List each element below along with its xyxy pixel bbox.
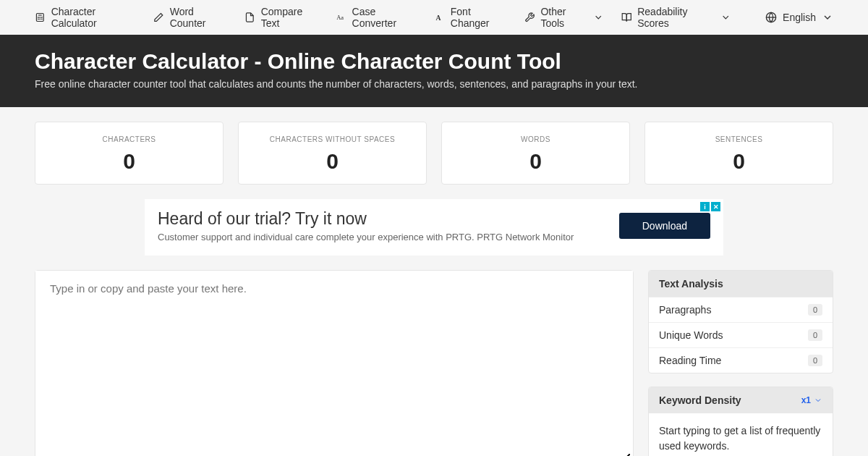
chevron-down-icon xyxy=(593,12,604,23)
nav-compare-text[interactable]: Compare Text xyxy=(244,6,318,29)
page-title: Character Calculator - Online Character … xyxy=(35,49,833,74)
svg-point-4 xyxy=(41,17,42,18)
nav-label: Word Counter xyxy=(170,6,227,29)
panel-title: Keyword Density xyxy=(659,394,741,406)
analysis-paragraphs: Paragraphs 0 xyxy=(649,297,833,322)
svg-text:A: A xyxy=(436,14,441,22)
row-label: Reading Time xyxy=(659,355,721,366)
main-content: Text Analysis Paragraphs 0 Unique Words … xyxy=(0,256,868,456)
stat-value: 0 xyxy=(449,149,622,174)
nav-case-converter[interactable]: Aa Case Converter xyxy=(336,6,417,29)
keyword-multiplier-select[interactable]: x1 xyxy=(801,395,822,405)
nav-label: Font Changer xyxy=(451,6,507,29)
stats-row: CHARACTERS 0 CHARACTERS WITHOUT SPACES 0… xyxy=(0,107,868,199)
chevron-down-icon xyxy=(814,396,822,405)
chevron-down-icon xyxy=(720,12,731,23)
calculator-icon xyxy=(35,12,46,23)
multiplier-value: x1 xyxy=(801,395,811,405)
sidebar: Text Analysis Paragraphs 0 Unique Words … xyxy=(648,270,833,456)
nav-label: Readability Scores xyxy=(637,6,714,29)
stat-label: SENTENCES xyxy=(652,135,825,143)
row-value: 0 xyxy=(808,304,822,316)
nav-label: Case Converter xyxy=(352,6,417,29)
panel-header: Text Analysis xyxy=(649,271,833,297)
stat-label: WORDS xyxy=(449,135,622,143)
ad-close-icon[interactable]: ✕ xyxy=(711,202,720,211)
keyword-density-panel: Keyword Density x1 Start typing to get a… xyxy=(648,387,833,456)
page-subtitle: Free online character counter tool that … xyxy=(35,78,833,90)
text-input[interactable] xyxy=(35,271,633,453)
stat-characters: CHARACTERS 0 xyxy=(35,122,224,185)
book-icon xyxy=(621,12,632,23)
nav-other-tools[interactable]: Other Tools xyxy=(524,6,604,29)
svg-point-3 xyxy=(40,17,41,18)
nav-font-changer[interactable]: A Font Changer xyxy=(434,6,507,29)
chevron-down-icon xyxy=(822,12,833,23)
nav-readability-scores[interactable]: Readability Scores xyxy=(621,6,731,29)
text-analysis-panel: Text Analysis Paragraphs 0 Unique Words … xyxy=(648,270,833,373)
font-icon: A xyxy=(434,12,445,23)
tools-icon xyxy=(524,12,535,23)
keyword-body: Start typing to get a list of frequently… xyxy=(649,413,833,456)
top-navigation: Character Calculator Word Counter Compar… xyxy=(0,0,868,35)
svg-point-6 xyxy=(40,19,41,20)
nav-label: Compare Text xyxy=(261,6,318,29)
stat-label: CHARACTERS xyxy=(43,135,216,143)
row-label: Unique Words xyxy=(659,329,723,341)
globe-icon xyxy=(765,12,777,23)
stat-sentences: SENTENCES 0 xyxy=(644,122,833,185)
stat-value: 0 xyxy=(43,149,216,174)
textarea-container xyxy=(35,270,634,456)
ad-banner[interactable]: i ✕ Heard of our trial? Try it now Custo… xyxy=(145,199,723,256)
svg-point-5 xyxy=(38,19,39,20)
panel-header: Keyword Density x1 xyxy=(649,387,833,413)
nav-label: Other Tools xyxy=(540,6,587,29)
document-icon xyxy=(244,12,255,23)
nav-character-calculator[interactable]: Character Calculator xyxy=(35,6,136,29)
nav-word-counter[interactable]: Word Counter xyxy=(153,6,227,29)
svg-point-7 xyxy=(41,19,42,20)
stat-characters-no-spaces: CHARACTERS WITHOUT SPACES 0 xyxy=(238,122,427,185)
row-label: Paragraphs xyxy=(659,304,711,316)
ad-info-badges[interactable]: i ✕ xyxy=(700,202,720,211)
ad-info-icon[interactable]: i xyxy=(700,202,710,211)
svg-text:Aa: Aa xyxy=(336,14,344,21)
row-value: 0 xyxy=(808,329,822,341)
row-value: 0 xyxy=(808,355,822,366)
nav-label: Character Calculator xyxy=(51,6,136,29)
hero-banner: Character Calculator - Online Character … xyxy=(0,35,868,107)
nav-label: English xyxy=(783,12,816,23)
nav-language[interactable]: English xyxy=(765,12,833,23)
ad-subtitle: Customer support and individual care com… xyxy=(158,232,605,242)
analysis-reading-time: Reading Time 0 xyxy=(649,347,833,373)
stat-value: 0 xyxy=(246,149,419,174)
analysis-unique-words: Unique Words 0 xyxy=(649,322,833,347)
svg-point-2 xyxy=(38,17,39,18)
ad-download-button[interactable]: Download xyxy=(619,213,710,239)
stat-words: WORDS 0 xyxy=(441,122,630,185)
stat-value: 0 xyxy=(652,149,825,174)
ad-title: Heard of our trial? Try it now xyxy=(158,209,605,229)
stat-label: CHARACTERS WITHOUT SPACES xyxy=(246,135,419,143)
case-icon: Aa xyxy=(336,12,346,23)
ad-container: i ✕ Heard of our trial? Try it now Custo… xyxy=(0,199,868,256)
pencil-icon xyxy=(153,12,164,23)
